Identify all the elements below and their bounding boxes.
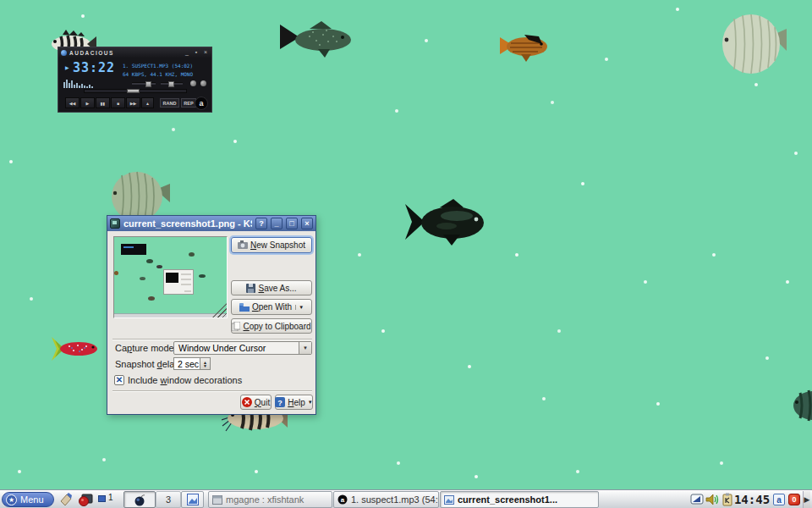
menu-button[interactable]: ★ Menu	[2, 492, 54, 507]
new-snapshot-label: New Snapshot	[250, 240, 305, 250]
help-icon: ?	[275, 397, 285, 407]
desktop-pager[interactable]: 1	[96, 493, 118, 506]
maximize-icon[interactable]: □	[286, 218, 298, 229]
quick-launch-icon-1[interactable]	[58, 492, 74, 507]
fish-black-icon	[404, 197, 487, 246]
help-label: Help	[288, 398, 305, 407]
help-button[interactable]: ? Help ▼	[275, 395, 313, 410]
preview-dialog	[163, 269, 194, 295]
clipboard-icon	[232, 322, 240, 331]
pause-button[interactable]: ▮▮	[96, 97, 110, 108]
image-icon	[187, 494, 199, 505]
capture-mode-value: Window Under Cursor	[178, 343, 266, 353]
shade-icon[interactable]: ▪	[193, 48, 200, 57]
quit-button[interactable]: Quit	[240, 395, 272, 410]
panel-hide-arrow[interactable]: ▶	[803, 491, 810, 508]
pager-desktop-number: 1	[108, 493, 113, 502]
open-with-button[interactable]: Open With ▼	[231, 299, 312, 315]
preview-audacious	[121, 244, 146, 255]
desktop-3-button[interactable]: 3	[156, 491, 181, 508]
camera-icon	[238, 240, 248, 250]
audacious-icon: a	[337, 494, 348, 505]
task-label: 1. suspect1.mp3 (54:02)	[351, 494, 439, 505]
chevron-down-icon[interactable]: ▼	[308, 400, 313, 405]
eject-button[interactable]: ▲	[141, 97, 154, 108]
ksnapshot-app-icon	[110, 218, 120, 229]
shuffle-button[interactable]: RAND	[160, 98, 179, 108]
task-audacious[interactable]: a 1. suspect1.mp3 (54:02)	[333, 491, 439, 508]
include-decorations-checkbox[interactable]	[114, 375, 124, 385]
audacious-tray-icon[interactable]: a	[773, 494, 785, 505]
display-tray-icon[interactable]	[690, 493, 704, 506]
save-as-label: Save As...	[258, 284, 296, 293]
stop-button[interactable]: ■	[111, 97, 125, 108]
fish-edge-icon	[792, 381, 812, 430]
close-icon[interactable]: ×	[301, 218, 313, 229]
audacious-badge-icon: a	[195, 97, 208, 110]
minimize-icon[interactable]: _	[184, 48, 190, 57]
ksnapshot-icon	[444, 495, 454, 505]
track-title: 1. SUSPECT1.MP3 (54:02)	[123, 63, 193, 69]
window-icon	[212, 495, 222, 505]
quick-launch-icon-2[interactable]	[78, 492, 93, 507]
quit-label: Quit	[255, 398, 270, 407]
pager-window-icon	[98, 495, 106, 502]
desktop-3-label: 3	[166, 494, 171, 505]
preview-resize-hatch-icon	[212, 303, 227, 318]
clock[interactable]: 14:45	[732, 491, 771, 508]
close-icon[interactable]: ×	[202, 48, 209, 57]
copy-to-clipboard-label: Copy to Clipboard	[243, 322, 310, 331]
ksnapshot-dialog: current_screenshot1.png - KSr ? _ □ × Ne…	[107, 215, 316, 415]
audacious-titlebar[interactable]: AUDACIOUS _ ▪ ×	[58, 47, 211, 58]
window-title: current_screenshot1.png - KSr	[123, 218, 252, 229]
seek-bar[interactable]	[84, 89, 187, 93]
quit-x-icon	[242, 397, 252, 407]
preview-taskbar	[114, 313, 227, 318]
task-label: current_screenshot1...	[458, 494, 557, 505]
menu-label: Menu	[20, 494, 44, 505]
floppy-icon	[246, 284, 255, 293]
balance-slider[interactable]	[161, 82, 183, 85]
audacious-window: AUDACIOUS _ ▪ × ▶ 33:22 1. SUSPECT1.MP3 …	[58, 47, 212, 113]
copy-to-clipboard-button[interactable]: Copy to Clipboard	[231, 318, 312, 334]
fish-rainbow-icon	[51, 335, 100, 362]
separator	[112, 339, 312, 340]
snapshot-delay-label: Snapshot delay:	[115, 359, 182, 369]
include-decorations-label: Include window decorations	[128, 375, 242, 385]
play-indicator-icon: ▶	[65, 64, 69, 70]
minimize-icon[interactable]: _	[271, 218, 283, 229]
playlist-toggle-icon[interactable]	[200, 80, 206, 86]
desktop: AUDACIOUS _ ▪ × ▶ 33:22 1. SUSPECT1.MP3 …	[0, 0, 812, 508]
new-snapshot-button[interactable]: New Snapshot	[231, 237, 312, 253]
eq-toggle-icon[interactable]	[190, 80, 196, 86]
task-ksnapshot[interactable]: current_screenshot1...	[440, 491, 599, 508]
power-tray-icon[interactable]: 0	[788, 494, 800, 505]
save-as-button[interactable]: Save As...	[231, 280, 312, 295]
fish-orange-icon	[499, 29, 548, 63]
svg-text:?: ?	[277, 399, 283, 407]
next-button[interactable]: ▶▶	[126, 97, 140, 108]
elapsed-time: 33:22	[73, 60, 115, 75]
separator	[112, 390, 312, 392]
capture-mode-select[interactable]: Window Under Cursor ▼	[173, 341, 312, 355]
capture-mode-label: Capture mode:	[115, 343, 177, 353]
spectrum-analyzer	[63, 79, 99, 88]
previous-button[interactable]: ◀◀	[65, 97, 80, 108]
play-button[interactable]: ▶	[80, 97, 95, 108]
ksnapshot-titlebar[interactable]: current_screenshot1.png - KSr ? _ □ ×	[107, 216, 315, 231]
fish-discus-pale-icon	[721, 12, 788, 76]
bomb-app-button[interactable]	[123, 491, 156, 508]
volume-slider[interactable]	[132, 82, 156, 85]
volume-icon[interactable]	[705, 493, 719, 506]
chevron-down-icon[interactable]: ▼	[299, 342, 311, 354]
image-app-button[interactable]	[181, 491, 204, 508]
task-label: mgagne : xfishtank	[226, 494, 304, 505]
stream-info: 64 KBPS, 44.1 KHZ, MONO	[123, 71, 193, 77]
chevron-down-icon[interactable]: ▼	[295, 305, 304, 310]
snapshot-preview[interactable]	[113, 236, 228, 318]
task-xfishtank[interactable]: mgagne : xfishtank	[208, 491, 332, 508]
open-with-label: Open With	[252, 302, 292, 312]
whats-this-icon[interactable]: ?	[255, 218, 267, 229]
snapshot-delay-spinbox[interactable]: 2 sec ▲▼	[173, 357, 211, 370]
spinner-arrows-icon[interactable]: ▲▼	[200, 358, 210, 369]
